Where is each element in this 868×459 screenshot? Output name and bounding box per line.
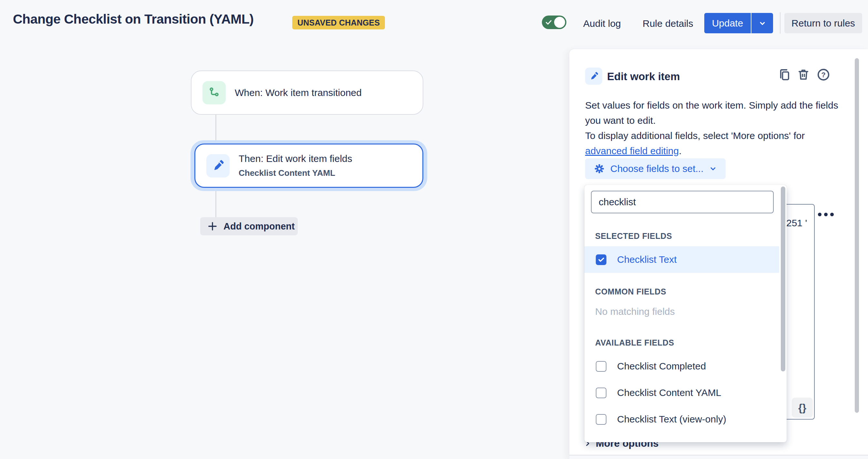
trigger-title: When: Work item transitioned — [235, 87, 362, 98]
dot-icon — [818, 213, 822, 216]
panel-footer — [569, 455, 868, 459]
delete-action-button[interactable] — [796, 67, 811, 82]
choose-fields-button[interactable]: Choose fields to set... — [585, 159, 725, 179]
copy-icon — [778, 68, 792, 82]
check-icon — [545, 19, 553, 26]
add-component-label: Add component — [223, 221, 295, 232]
pencil-icon — [212, 160, 224, 172]
checkbox-unchecked[interactable] — [596, 414, 607, 425]
dot-icon — [824, 213, 828, 216]
help-icon: ? — [816, 67, 831, 82]
checkbox-unchecked[interactable] — [596, 361, 607, 372]
field-option-row[interactable]: Checklist Text (view-only) — [585, 406, 779, 432]
update-button[interactable]: Update — [704, 13, 751, 33]
field-option-label: Checklist Completed — [617, 361, 706, 372]
field-option-label: Checklist Content YAML — [617, 387, 721, 398]
smart-values-code-button[interactable]: {} — [792, 398, 813, 418]
header-divider — [780, 12, 780, 34]
panel-edit-icon-tile — [585, 67, 602, 85]
svg-text:?: ? — [821, 71, 826, 79]
no-matching-fields-text: No matching fields — [595, 306, 675, 317]
plus-icon — [207, 221, 218, 232]
toggle-knob — [554, 17, 565, 28]
dropdown-scrollbar[interactable] — [781, 187, 785, 371]
update-split-button: Update — [704, 13, 773, 33]
check-icon — [597, 256, 605, 263]
pencil-icon — [589, 71, 599, 81]
edit-icon-tile — [206, 154, 229, 177]
rule-enabled-toggle[interactable] — [542, 16, 566, 29]
description-text: To display additional fields, select 'Mo… — [585, 130, 805, 141]
trash-icon — [797, 68, 810, 82]
yaml-value-fragment: 251 ' — [786, 218, 807, 229]
duplicate-action-button[interactable] — [777, 67, 792, 82]
rule-details-link[interactable]: Rule details — [643, 18, 693, 29]
panel-scrollbar[interactable] — [855, 58, 859, 413]
action-card-selection-halo[interactable]: Then: Edit work item fields Checklist Co… — [190, 140, 427, 191]
field-option-row[interactable]: Checklist Text — [585, 246, 779, 273]
field-option-label: Checklist Text (view-only) — [617, 414, 726, 425]
dot-icon — [830, 213, 834, 216]
advanced-field-editing-link[interactable]: advanced field editing — [585, 145, 679, 156]
trigger-card[interactable]: When: Work item transitioned — [191, 70, 423, 115]
selected-fields-header: SELECTED FIELDS — [595, 231, 672, 241]
transition-icon — [207, 86, 221, 99]
available-fields-header: AVAILABLE FIELDS — [595, 338, 674, 347]
unsaved-changes-badge: UNSAVED CHANGES — [292, 16, 385, 29]
action-subtitle: Checklist Content YAML — [239, 168, 352, 178]
field-option-label: Checklist Text — [617, 254, 677, 265]
add-component-button[interactable]: Add component — [200, 217, 298, 235]
return-to-rules-button[interactable]: Return to rules — [784, 13, 862, 33]
checkbox-unchecked[interactable] — [596, 388, 607, 398]
audit-log-link[interactable]: Audit log — [583, 18, 621, 29]
field-option-row[interactable]: Checklist Content YAML — [585, 379, 779, 406]
transition-icon-tile — [203, 81, 226, 105]
description-text: . — [679, 145, 681, 156]
action-card[interactable]: Then: Edit work item fields Checklist Co… — [194, 144, 423, 188]
action-description: Set values for fields on the work item. … — [585, 97, 847, 159]
chevron-down-icon — [709, 165, 717, 173]
field-option-row[interactable]: Checklist Completed — [585, 353, 779, 379]
help-button[interactable]: ? — [816, 67, 831, 82]
checkbox-checked[interactable] — [596, 254, 607, 265]
description-text: Set values for fields on the work item. … — [585, 100, 838, 126]
panel-title: Edit work item — [607, 70, 680, 83]
field-search-input[interactable] — [591, 191, 774, 213]
choose-fields-label: Choose fields to set... — [610, 163, 704, 174]
gear-icon — [593, 163, 605, 175]
field-picker-dropdown: SELECTED FIELDS Checklist Text COMMON FI… — [585, 185, 786, 442]
action-title: Then: Edit work item fields — [239, 153, 352, 164]
page-title: Change Checklist on Transition (YAML) — [13, 12, 253, 27]
action-config-panel: Edit work item ? Set values for fields o… — [569, 49, 868, 459]
chevron-down-icon — [758, 19, 767, 28]
field-more-actions-button[interactable] — [818, 209, 837, 220]
update-caret-button[interactable] — [751, 13, 773, 33]
common-fields-header: COMMON FIELDS — [595, 287, 666, 296]
